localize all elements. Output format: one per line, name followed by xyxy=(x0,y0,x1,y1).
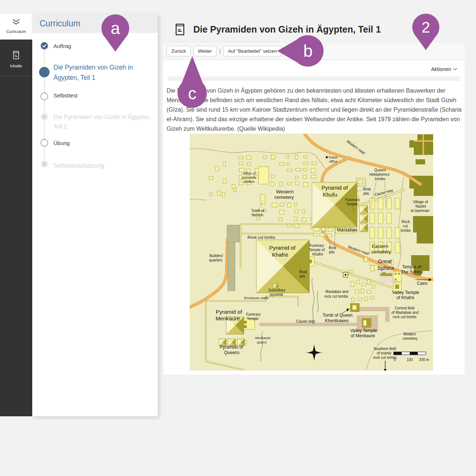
document-icon xyxy=(12,55,20,61)
open-step-icon xyxy=(40,92,48,100)
actions-dropdown-label: Aktionen xyxy=(431,66,451,72)
curriculum-step-label: Selbsttest xyxy=(53,92,157,98)
curriculum-step-label: Übung xyxy=(53,140,157,146)
map-label: Menkaure xyxy=(255,336,271,340)
toolbar-separator: | xyxy=(219,48,221,54)
map-label: cemetery xyxy=(402,336,417,341)
map-label: Pyramid of xyxy=(321,185,348,191)
map-label: Temple xyxy=(346,202,358,206)
current-step-icon xyxy=(39,67,50,78)
map-label: Great xyxy=(378,258,392,264)
map-label: Cause way xyxy=(296,319,316,323)
map-label: tombs xyxy=(375,176,386,181)
map-label: Funerary xyxy=(309,243,324,248)
map-label: Enclosure walls xyxy=(244,296,268,300)
content-divider xyxy=(167,77,461,81)
mark-edited-button[interactable]: Auf "Bearbeitet" setzen xyxy=(223,46,282,56)
next-button[interactable]: Weiter xyxy=(193,46,216,56)
map-label: rock cut tombs xyxy=(373,356,397,360)
map-label: of Mastabas and xyxy=(391,310,419,315)
map-label: office xyxy=(329,159,338,163)
locked-step-icon xyxy=(40,113,48,121)
map-scale-tick: 100 xyxy=(407,358,413,362)
map-label: Khufu xyxy=(323,191,337,198)
map-label: Ticket xyxy=(328,155,338,159)
map-label: Pyramids of xyxy=(220,345,243,350)
map-label: Queens xyxy=(224,350,239,355)
map-label: cemetery xyxy=(274,194,294,200)
map-label: Khafre xyxy=(312,252,323,256)
back-button[interactable]: Zurück xyxy=(167,46,191,56)
map-label: Menkaure xyxy=(216,315,240,321)
map-label: pyramids xyxy=(242,175,256,179)
lms-page: Curriculum Inhalte Curriculum AuftragDie… xyxy=(0,0,476,476)
map-label: Pyramid of xyxy=(216,309,242,315)
map-label: Sphinx xyxy=(378,265,394,271)
locked-step-icon xyxy=(40,160,48,168)
map-label: studies xyxy=(243,179,254,183)
map-label: Hetepheres' xyxy=(369,172,390,176)
actions-dropdown[interactable]: Aktionen xyxy=(431,66,457,72)
chevron-down-icon xyxy=(451,66,457,72)
map-label: Office of xyxy=(242,171,256,175)
map-label: Funerary xyxy=(246,312,261,316)
map-label: of mainly xyxy=(377,351,391,355)
lesson-toolbar: Zurück Weiter | Auf "Bearbeitet" setzen xyxy=(163,43,465,59)
map-label: pits xyxy=(363,191,369,196)
map-label: Pyramid of xyxy=(269,245,296,251)
map-scale-tick: 200 m xyxy=(419,358,429,362)
left-rail: Curriculum Inhalte xyxy=(0,14,32,416)
map-label: el-Samman xyxy=(410,209,429,213)
giza-map-image: Modern roadTicketofficeOffice ofpyramids… xyxy=(190,134,433,371)
map-label: Tomb of xyxy=(251,209,264,213)
lesson-paragraph: Die Pyramiden von Gizeh in Ägypten gehör… xyxy=(167,86,466,134)
map-label: Khentkawes xyxy=(325,318,349,323)
map-label: rock cut tombs xyxy=(393,315,416,319)
rail-tab-inhalte[interactable]: Inhalte xyxy=(0,40,32,76)
map-scale-tick: 0 xyxy=(394,358,396,362)
map-label: Funerary xyxy=(345,198,360,202)
lesson-document-icon xyxy=(175,23,185,37)
map-label: pits xyxy=(300,274,305,278)
curriculum-step-label: Die Pyramiden von Gizeh in Ägypten, Teil… xyxy=(53,62,157,83)
map-label: Mastabas and xyxy=(326,290,349,294)
map-label: Boat xyxy=(329,246,336,250)
open-step-icon xyxy=(40,139,48,147)
map-label: Boat xyxy=(300,270,307,274)
rail-tab-label: Curriculum xyxy=(0,29,32,34)
map-label: Southern field xyxy=(373,347,396,351)
map-label: Hemon xyxy=(252,213,263,217)
annotation-marker-letter: 2 xyxy=(421,19,430,36)
completed-step-icon xyxy=(40,42,48,50)
map-label: Valley Temple xyxy=(392,290,419,295)
map-label: Cairo xyxy=(417,281,428,286)
map-label: The Sphinx xyxy=(401,269,423,275)
map-label: pyramid xyxy=(270,293,283,297)
map-label: Rock cut tombs xyxy=(248,235,275,239)
map-label: Modern xyxy=(404,332,416,336)
map-label: Temple xyxy=(247,317,259,321)
map-label: Western xyxy=(276,189,294,194)
map-label: Rock xyxy=(402,220,410,224)
map-label: Valley Temple xyxy=(350,328,377,333)
map-label: Nazlet xyxy=(416,204,426,208)
map-label: Eastern xyxy=(372,243,388,249)
double-chevron-down-icon xyxy=(11,21,21,27)
map-label: quarters xyxy=(209,258,223,262)
map-label: tombs xyxy=(401,228,410,233)
map-label: Queen xyxy=(374,168,386,172)
rail-tab-label: Inhalte xyxy=(0,64,32,68)
map-label: rock cut tombs xyxy=(324,294,348,298)
page-title: Die Pyramiden von Gizeh in Ägypten, Teil… xyxy=(193,24,381,35)
map-label: Khafre xyxy=(272,252,288,258)
map-label: Tomb of Queen xyxy=(323,313,353,318)
map-label: Village of xyxy=(413,200,428,204)
map-label: cut xyxy=(403,224,408,228)
rail-tab-curriculum[interactable]: Curriculum xyxy=(0,14,32,40)
curriculum-panel: Curriculum AuftragDie Pyramiden von Gize… xyxy=(32,14,158,416)
map-label: Subsidiary xyxy=(268,288,286,292)
map-label: Boat xyxy=(363,187,371,191)
map-label: Central field xyxy=(395,306,414,310)
curriculum-step-label: Auftrag xyxy=(53,43,157,49)
curriculum-step-label: Die Pyramiden von Gizeh in Ägypten, Teil… xyxy=(53,112,157,131)
